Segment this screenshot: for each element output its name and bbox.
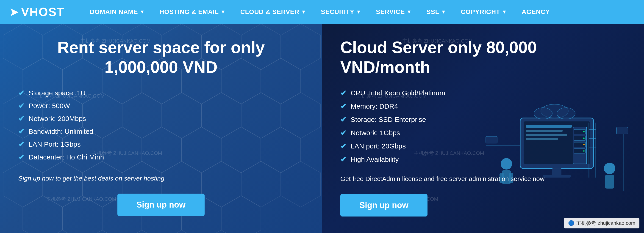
left-panel-title: Rent server space for only 1,000,000 VND: [18, 37, 304, 77]
list-item: ✔ CPU: Intel Xeon Gold/Platinum: [340, 89, 626, 97]
chevron-down-icon: ▼: [140, 9, 145, 15]
right-features-list: ✔ CPU: Intel Xeon Gold/Platinum ✔ Memory…: [340, 89, 626, 168]
check-icon: ✔: [18, 101, 24, 110]
attribution-icon: 🔵: [568, 220, 574, 226]
attribution: 🔵 主机参考 zhujicankao.com: [564, 218, 640, 229]
left-signup-button[interactable]: Sign up now: [118, 194, 204, 216]
list-item: ✔ Bandwidth: Unlimited: [18, 127, 304, 136]
chevron-down-icon: ▼: [356, 9, 361, 15]
nav-copyright[interactable]: COPYRIGHT ▼: [454, 0, 514, 24]
chevron-down-icon: ▼: [301, 9, 306, 15]
navbar: ➤ vHost DOMAIN NAME ▼ HOSTING & EMAIL ▼ …: [0, 0, 644, 24]
check-icon: ✔: [18, 127, 24, 136]
nav-ssl[interactable]: SSL ▼: [419, 0, 454, 24]
list-item: ✔ Storage: SSD Enterprise: [340, 115, 626, 124]
check-icon: ✔: [340, 142, 346, 151]
check-icon: ✔: [340, 129, 346, 137]
left-tagline: Sign up now to get the best deals on ser…: [18, 175, 304, 182]
chevron-down-icon: ▼: [502, 9, 507, 15]
svg-rect-16: [552, 168, 562, 175]
chevron-down-icon: ▼: [221, 9, 226, 15]
check-icon: ✔: [18, 89, 24, 97]
check-icon: ✔: [18, 140, 24, 149]
right-signup-button[interactable]: Sign up now: [340, 194, 428, 217]
logo-area[interactable]: ➤ vHost: [9, 5, 69, 19]
list-item: ✔ Storage space: 1U: [18, 89, 304, 97]
list-item: ✔ Network: 1Gbps: [340, 129, 626, 137]
svg-marker-0: [0, 24, 20, 47]
check-icon: ✔: [340, 89, 346, 97]
list-item: ✔ High Availability: [340, 155, 626, 164]
check-icon: ✔: [18, 114, 24, 123]
nav-security[interactable]: SECURITY ▼: [314, 0, 368, 24]
check-icon: ✔: [340, 155, 346, 164]
logo-icon: ➤: [9, 5, 19, 19]
attribution-text: 主机参考 zhujicankao.com: [576, 220, 635, 227]
list-item: ✔ Datacenter: Ho Chi Minh: [18, 153, 304, 162]
check-icon: ✔: [18, 153, 24, 162]
main-grid: 主机参考 ZHUJICANKAO.COM 主机参考 ZHUJICANKAO.CO…: [0, 24, 644, 233]
nav-hosting-email[interactable]: HOSTING & EMAIL ▼: [152, 0, 233, 24]
left-panel: 主机参考 ZHUJICANKAO.COM 主机参考 ZHUJICANKAO.CO…: [0, 24, 322, 233]
svg-rect-23: [605, 175, 614, 189]
list-item: ✔ Memory: DDR4: [340, 102, 626, 111]
list-item: ✔ LAN Port: 1Gbps: [18, 140, 304, 149]
nav-domain-name[interactable]: DOMAIN NAME ▼: [82, 0, 152, 24]
check-icon: ✔: [340, 102, 346, 111]
left-features-list: ✔ Storage space: 1U ✔ Power: 500W ✔ Netw…: [18, 89, 304, 166]
logo-text: vHost: [21, 5, 64, 19]
right-panel-title: Cloud Server only 80,000 VND/month: [340, 37, 626, 77]
right-tagline: Get free DirectAdmin license and free se…: [340, 175, 547, 183]
check-icon: ✔: [340, 115, 346, 124]
nav-cloud-server[interactable]: CLOUD & SERVER ▼: [233, 0, 314, 24]
nav-agency[interactable]: AGENCY: [514, 0, 557, 24]
right-panel: 主机参考 ZHUJICANKAO.COM 主机参考 ZHUJICANKAO.CO…: [322, 24, 644, 233]
list-item: ✔ Power: 500W: [18, 101, 304, 110]
watermark: 主机参考 ZHUJICANKAO.COM: [46, 196, 116, 203]
list-item: ✔ Network: 200Mbps: [18, 114, 304, 123]
nav-items: DOMAIN NAME ▼ HOSTING & EMAIL ▼ CLOUD & …: [82, 0, 635, 24]
chevron-down-icon: ▼: [441, 9, 446, 15]
svg-rect-17: [543, 175, 570, 178]
nav-service[interactable]: SERVICE ▼: [368, 0, 419, 24]
chevron-down-icon: ▼: [407, 9, 412, 15]
right-btn-area: Sign up now: [340, 194, 626, 217]
list-item: ✔ LAN port: 20Gbps: [340, 142, 626, 151]
